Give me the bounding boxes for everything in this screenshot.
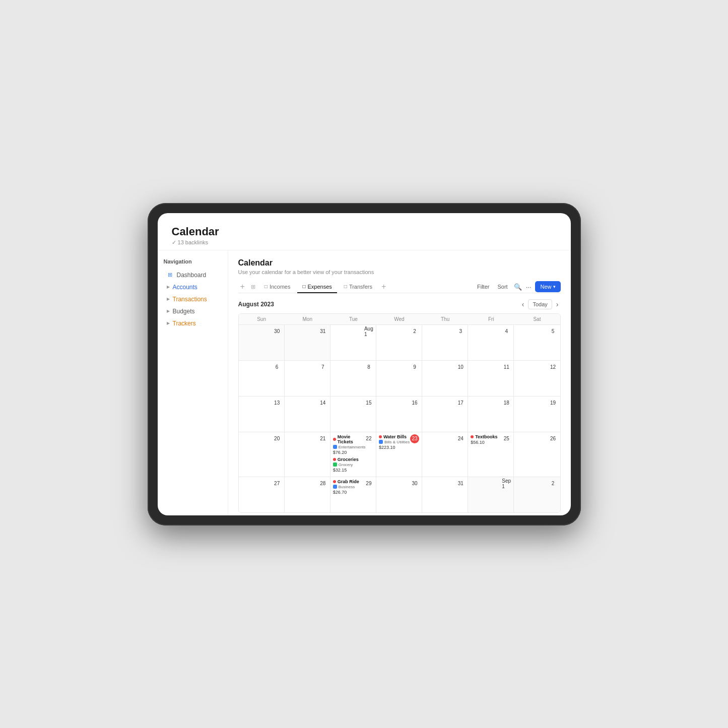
cal-cell-9[interactable]: 9	[376, 361, 422, 396]
day-name-sun: Sun	[239, 314, 285, 324]
cal-cell-4[interactable]: 4	[468, 325, 514, 360]
day-name-wed: Wed	[376, 314, 422, 324]
tab-transfers-label: Transfers	[349, 284, 372, 290]
filter-button[interactable]: Filter	[475, 283, 491, 291]
cal-cell-aug1[interactable]: Aug 1	[330, 325, 376, 360]
cal-cell-31-prev[interactable]: 31	[285, 325, 330, 360]
tab-expenses-label: Expenses	[308, 284, 332, 290]
search-icon[interactable]: 🔍	[514, 283, 522, 291]
cal-cell-29[interactable]: 29 Grab Ride Business	[330, 477, 376, 512]
tab-incomes-label: Incomes	[270, 284, 291, 290]
cal-cell-26[interactable]: 26	[514, 432, 560, 477]
event-dot-grab	[333, 480, 336, 483]
day-name-mon: Mon	[285, 314, 330, 324]
grid-view-button[interactable]: ⊞	[249, 284, 257, 290]
day-name-fri: Fri	[468, 314, 514, 324]
sidebar-item-trackers[interactable]: ▶ Trackers	[164, 318, 222, 329]
cal-cell-16[interactable]: 16	[376, 396, 422, 432]
cal-cell-8[interactable]: 8	[330, 361, 376, 396]
cal-cell-7[interactable]: 7	[285, 361, 330, 396]
today-button[interactable]: Today	[528, 299, 552, 309]
cal-cell-31[interactable]: 31	[422, 477, 468, 512]
event-name-textbooks: Textbooks	[471, 434, 502, 439]
app-header: Calendar ✓ 13 backlinks	[158, 213, 571, 250]
calendar-week-1: 30 31 Aug 1 2 3 4 5	[239, 325, 560, 361]
new-btn-chevron: ▾	[553, 284, 556, 289]
event-category-entertainments: Entertainments	[333, 445, 373, 449]
tab-incomes[interactable]: □ Incomes	[259, 281, 296, 293]
calendar-nav: ‹ Today ›	[520, 299, 561, 309]
cal-cell-27[interactable]: 27	[239, 477, 285, 512]
cal-cell-3[interactable]: 3	[422, 325, 468, 360]
cat-icon-bills	[379, 440, 383, 444]
calendar-days-header: Sun Mon Tue Wed Thu Fri Sat	[239, 314, 560, 325]
event-category-grocery: Grocery	[333, 462, 373, 467]
cal-cell-6[interactable]: 6	[239, 361, 285, 396]
app-title: Calendar	[172, 225, 557, 238]
cal-cell-25[interactable]: 25 Textbooks $56.10	[468, 432, 514, 477]
cal-cell-24[interactable]: 24	[422, 432, 468, 477]
cal-cell-2[interactable]: 2	[376, 325, 422, 360]
event-dot-movie	[333, 438, 336, 441]
cal-cell-20[interactable]: 20	[239, 432, 285, 477]
more-options-icon[interactable]: ···	[526, 283, 532, 291]
cal-cell-12[interactable]: 12	[514, 361, 560, 396]
cal-cell-19[interactable]: 19	[514, 396, 560, 432]
sidebar-item-transactions[interactable]: ▶ Transactions	[164, 294, 222, 305]
event-name-water: Water Bills	[379, 434, 410, 439]
cal-cell-28[interactable]: 28	[285, 477, 330, 512]
page-title: Calendar	[238, 258, 561, 268]
calendar-week-3: 13 14 15 16 17 18 19	[239, 396, 560, 432]
event-category-bills: Bills & Utilities	[379, 440, 410, 444]
sidebar-label-accounts: Accounts	[173, 284, 197, 291]
cat-icon-business	[333, 485, 337, 489]
calendar-week-2: 6 7 8 9 10 11 12	[239, 361, 560, 396]
calendar-weeks: 30 31 Aug 1 2 3 4 5 6 7 8	[239, 325, 560, 512]
day-name-tue: Tue	[330, 314, 376, 324]
cal-cell-22[interactable]: 22 Movie Tickets Entertainments	[330, 432, 376, 477]
cal-cell-18[interactable]: 18	[468, 396, 514, 432]
page-subtitle: Use your calendar for a better view of y…	[238, 269, 561, 275]
cal-cell-sep1[interactable]: Sep 1	[468, 477, 514, 512]
add-view-button[interactable]: +	[379, 283, 388, 291]
tab-transfers[interactable]: □ Transfers	[339, 281, 377, 293]
cal-cell-15[interactable]: 15	[330, 396, 376, 432]
sidebar-item-dashboard[interactable]: ⊞ Dashboard	[164, 270, 222, 281]
cal-cell-21[interactable]: 21	[285, 432, 330, 477]
day-name-thu: Thu	[422, 314, 468, 324]
cal-cell-17[interactable]: 17	[422, 396, 468, 432]
incomes-tab-icon: □	[264, 284, 268, 289]
cal-cell-30-prev[interactable]: 30	[239, 325, 285, 360]
tablet-frame: Calendar ✓ 13 backlinks Navigation ⊞ Das…	[148, 203, 581, 525]
toolbar-right: Filter Sort 🔍 ··· New ▾	[475, 281, 561, 292]
cal-cell-14[interactable]: 14	[285, 396, 330, 432]
cal-cell-23[interactable]: 23 Water Bills Bills & Utilities	[376, 432, 422, 477]
cat-icon-grocery	[333, 462, 337, 467]
new-button[interactable]: New ▾	[535, 281, 560, 292]
cal-cell-13[interactable]: 13	[239, 396, 285, 432]
cal-cell-5[interactable]: 5	[514, 325, 560, 360]
tab-expenses[interactable]: □ Expenses	[297, 281, 337, 293]
sidebar-item-budgets[interactable]: ▶ Budgets	[164, 306, 222, 317]
event-name-grab: Grab Ride	[333, 479, 364, 484]
cal-cell-30[interactable]: 30	[376, 477, 422, 512]
event-amount-grab: $26.70	[333, 490, 373, 495]
sidebar-label-transactions: Transactions	[173, 296, 207, 303]
event-group-groceries: Groceries Grocery $32.15	[333, 457, 373, 473]
sort-button[interactable]: Sort	[495, 283, 509, 291]
sidebar-label-trackers: Trackers	[173, 320, 196, 327]
add-tab-button[interactable]: +	[238, 283, 247, 291]
tabs-bar: + ⊞ □ Incomes □ Expenses □ Transfers +	[238, 281, 561, 293]
sidebar-item-accounts[interactable]: ▶ Accounts	[164, 282, 222, 293]
cal-cell-10[interactable]: 10	[422, 361, 468, 396]
next-month-button[interactable]: ›	[554, 300, 561, 309]
transfers-tab-icon: □	[344, 284, 347, 289]
sidebar-label-dashboard: Dashboard	[177, 272, 207, 279]
event-amount-water: $223.10	[379, 445, 419, 450]
event-amount-groceries: $32.15	[333, 468, 373, 473]
cal-cell-sep2[interactable]: 2	[514, 477, 560, 512]
cal-cell-11[interactable]: 11	[468, 361, 514, 396]
prev-month-button[interactable]: ‹	[520, 300, 526, 309]
event-amount-movie: $76.20	[333, 450, 373, 455]
sidebar-nav-title: Navigation	[164, 258, 222, 264]
